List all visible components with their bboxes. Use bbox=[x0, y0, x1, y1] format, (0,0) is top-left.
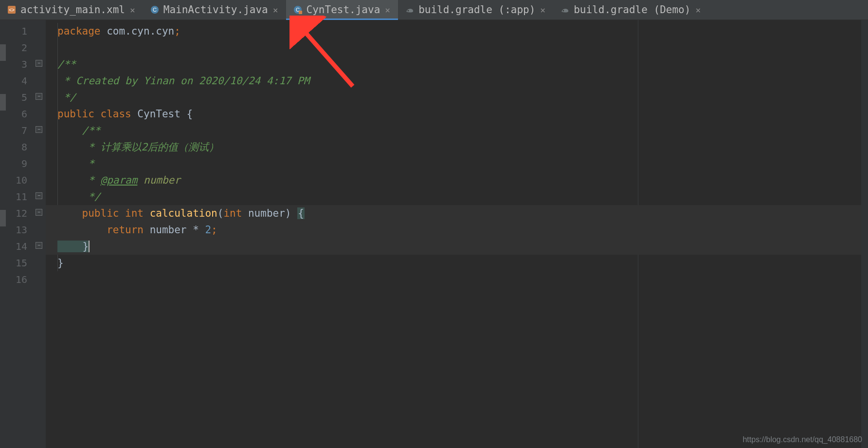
tab-label: activity_main.xml bbox=[20, 4, 125, 16]
line-number[interactable]: 16 bbox=[6, 271, 34, 288]
line-number[interactable]: 12 bbox=[6, 205, 34, 222]
code-line: } bbox=[46, 238, 861, 255]
close-icon[interactable]: × bbox=[539, 5, 546, 15]
code-line: * Created by Yinan on 2020/10/24 4:17 PM bbox=[46, 73, 861, 89]
code-line bbox=[46, 39, 861, 56]
code-area[interactable]: package com.cyn.cyn; /** * Created by Yi… bbox=[46, 20, 861, 448]
code-line: /** bbox=[46, 56, 861, 73]
xml-file-icon: <> bbox=[7, 5, 17, 15]
tab-main-activity-java[interactable]: C MainActivity.java × bbox=[143, 0, 286, 19]
tab-label: build.gradle (Demo) bbox=[574, 4, 690, 16]
line-number[interactable]: 2 bbox=[6, 39, 34, 56]
svg-text:<>: <> bbox=[9, 7, 15, 13]
code-line: */ bbox=[46, 188, 861, 205]
line-number[interactable]: 6 bbox=[6, 106, 34, 122]
fold-toggle-icon[interactable]: − bbox=[36, 60, 42, 67]
line-number[interactable]: 4 bbox=[6, 73, 34, 89]
watermark: https://blog.csdn.net/qq_40881680 bbox=[742, 435, 862, 444]
close-icon[interactable]: × bbox=[384, 5, 391, 15]
gradle-icon bbox=[405, 5, 415, 15]
editor: 12345678910111213141516 − − − − − − pack… bbox=[0, 20, 868, 448]
svg-rect-6 bbox=[299, 11, 302, 14]
line-number[interactable]: 3 bbox=[6, 56, 34, 73]
close-icon[interactable]: × bbox=[272, 5, 279, 15]
line-number[interactable]: 9 bbox=[6, 155, 34, 172]
line-number[interactable]: 8 bbox=[6, 139, 34, 155]
fold-end-icon[interactable]: − bbox=[36, 192, 42, 199]
line-number[interactable]: 11 bbox=[6, 188, 34, 205]
code-line: * @param number bbox=[46, 172, 861, 188]
code-line: /** bbox=[46, 122, 861, 139]
fold-end-icon[interactable]: − bbox=[36, 93, 42, 100]
java-class-icon: C bbox=[150, 5, 160, 15]
fold-toggle-icon[interactable]: − bbox=[36, 126, 42, 133]
error-stripe[interactable] bbox=[861, 20, 868, 448]
svg-point-7 bbox=[408, 10, 409, 11]
tab-label: build.gradle (:app) bbox=[418, 4, 535, 16]
line-number-gutter[interactable]: 12345678910111213141516 bbox=[6, 20, 34, 448]
folding-gutter[interactable]: − − − − − − bbox=[34, 20, 46, 448]
gradle-icon bbox=[560, 5, 570, 15]
tab-build-gradle-app[interactable]: build.gradle (:app) × bbox=[398, 0, 553, 19]
code-line: return number * 2; bbox=[46, 222, 861, 238]
line-number[interactable]: 5 bbox=[6, 89, 34, 106]
code-line: public int calculation(int number) { bbox=[46, 205, 861, 222]
tab-label: CynTest.java bbox=[307, 4, 380, 16]
svg-point-8 bbox=[563, 10, 564, 11]
fold-toggle-icon[interactable]: − bbox=[36, 209, 42, 216]
line-number[interactable]: 10 bbox=[6, 172, 34, 188]
code-line: */ bbox=[46, 89, 861, 106]
java-class-lock-icon: C bbox=[293, 5, 303, 15]
lint-mark[interactable] bbox=[0, 94, 6, 111]
tab-build-gradle-demo[interactable]: build.gradle (Demo) × bbox=[553, 0, 708, 19]
close-icon[interactable]: × bbox=[694, 5, 702, 15]
line-number[interactable]: 14 bbox=[6, 238, 34, 255]
line-number[interactable]: 1 bbox=[6, 23, 34, 39]
tab-bar: <> activity_main.xml × C MainActivity.ja… bbox=[0, 0, 868, 20]
caret bbox=[89, 241, 90, 252]
tab-cyn-test-java[interactable]: C CynTest.java × bbox=[286, 0, 398, 19]
code-line: package com.cyn.cyn; bbox=[46, 23, 861, 39]
line-number[interactable]: 13 bbox=[6, 222, 34, 238]
breakpoint-stripe[interactable] bbox=[0, 20, 6, 448]
code-line: * 计算乘以2后的值（测试） bbox=[46, 139, 861, 155]
code-line: public class CynTest { bbox=[46, 106, 861, 122]
line-number[interactable]: 15 bbox=[6, 255, 34, 271]
tab-label: MainActivity.java bbox=[163, 4, 268, 16]
svg-text:C: C bbox=[153, 7, 157, 13]
lint-mark[interactable] bbox=[0, 44, 6, 61]
code-line: } bbox=[46, 255, 861, 271]
code-line: * bbox=[46, 155, 861, 172]
line-number[interactable]: 7 bbox=[6, 122, 34, 139]
fold-end-icon[interactable]: − bbox=[36, 242, 42, 249]
tab-activity-main-xml[interactable]: <> activity_main.xml × bbox=[0, 0, 143, 19]
lint-mark[interactable] bbox=[0, 210, 6, 226]
close-icon[interactable]: × bbox=[129, 5, 136, 15]
code-line bbox=[46, 271, 861, 288]
